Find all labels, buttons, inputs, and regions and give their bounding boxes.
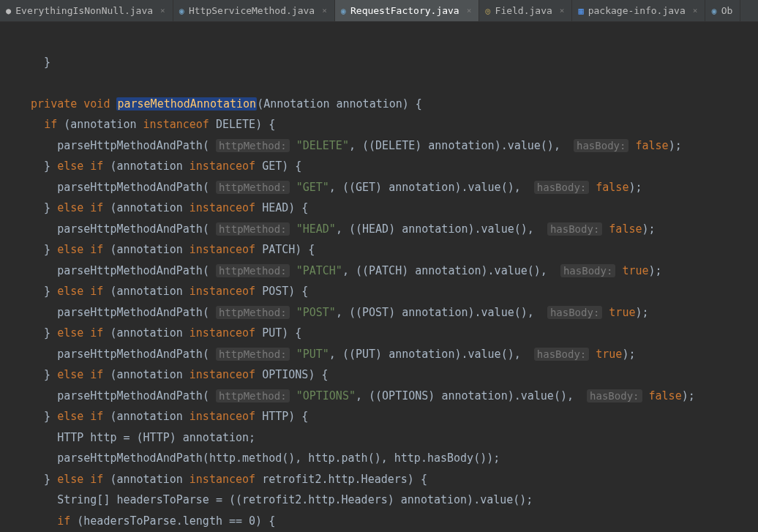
kw-if: if	[44, 118, 57, 131]
tab-requestfactory[interactable]: ◉ RequestFactory.java ×	[335, 0, 480, 21]
java-class-icon: ◉	[179, 6, 184, 16]
close-icon[interactable]: ×	[160, 6, 165, 15]
java-file-icon: ▦	[578, 6, 583, 16]
java-class-icon: ◉	[341, 6, 346, 16]
method-name-selected: parseMethodAnnotation	[116, 97, 257, 110]
tab-httpservice[interactable]: ◉ HttpServiceMethod.java ×	[173, 0, 335, 21]
tab-label: Ob	[721, 5, 733, 16]
tab-label: Field.java	[495, 5, 552, 16]
java-annotation-icon: ◎	[485, 6, 490, 16]
tab-label: RequestFactory.java	[350, 5, 459, 16]
code-editor[interactable]: } private void parseMethodAnnotation(Ann…	[0, 22, 758, 532]
java-class-icon: ◉	[711, 6, 716, 16]
tab-label: HttpServiceMethod.java	[189, 5, 315, 16]
kw-private: private	[31, 97, 77, 110]
java-class-icon: ●	[6, 6, 11, 16]
tab-everything[interactable]: ● EverythingIsNonNull.java ×	[0, 0, 173, 21]
tab-label: EverythingIsNonNull.java	[15, 5, 153, 16]
tab-bar: ● EverythingIsNonNull.java × ◉ HttpServi…	[0, 0, 758, 22]
close-icon[interactable]: ×	[693, 6, 698, 15]
method-sig: (Annotation annotation) {	[257, 97, 422, 110]
tab-packageinfo[interactable]: ▦ package-info.java ×	[572, 0, 705, 21]
tab-field[interactable]: ◎ Field.java ×	[479, 0, 572, 21]
close-icon[interactable]: ×	[467, 6, 472, 15]
tab-ob[interactable]: ◉ Ob	[705, 0, 740, 21]
kw-void: void	[83, 97, 110, 110]
close-icon[interactable]: ×	[560, 6, 565, 15]
close-icon[interactable]: ×	[322, 6, 327, 15]
tab-label: package-info.java	[588, 5, 686, 16]
